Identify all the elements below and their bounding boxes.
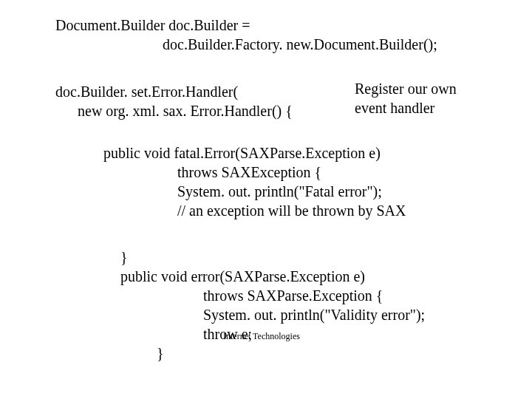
code-line: }	[120, 248, 128, 267]
slide: Document.Builder doc.Builder = doc.Build…	[0, 0, 532, 399]
code-line: doc.Builder. set.Error.Handler(	[55, 83, 238, 101]
code-line: }	[157, 344, 164, 363]
code-line: Document.Builder doc.Builder =	[55, 16, 250, 35]
code-line: new org. xml. sax. Error.Handler() {	[78, 102, 293, 120]
code-line: System. out. println("Validity error");	[203, 306, 425, 324]
code-line: public void fatal.Error(SAXParse.Excepti…	[103, 144, 381, 163]
annotation-line: Register our own	[355, 80, 457, 98]
code-line: System. out. println("Fatal error");	[177, 183, 382, 201]
code-line: doc.Builder.Factory. new.Document.Builde…	[163, 35, 437, 54]
code-line: public void error(SAXParse.Exception e)	[120, 267, 365, 286]
code-line: throws SAXException {	[177, 163, 321, 182]
code-line: throws SAXParse.Exception {	[203, 287, 383, 305]
annotation-line: event handler	[355, 99, 434, 117]
code-line: // an exception will be thrown by SAX	[177, 202, 406, 220]
footer-text: Internet Technologies	[223, 331, 300, 342]
